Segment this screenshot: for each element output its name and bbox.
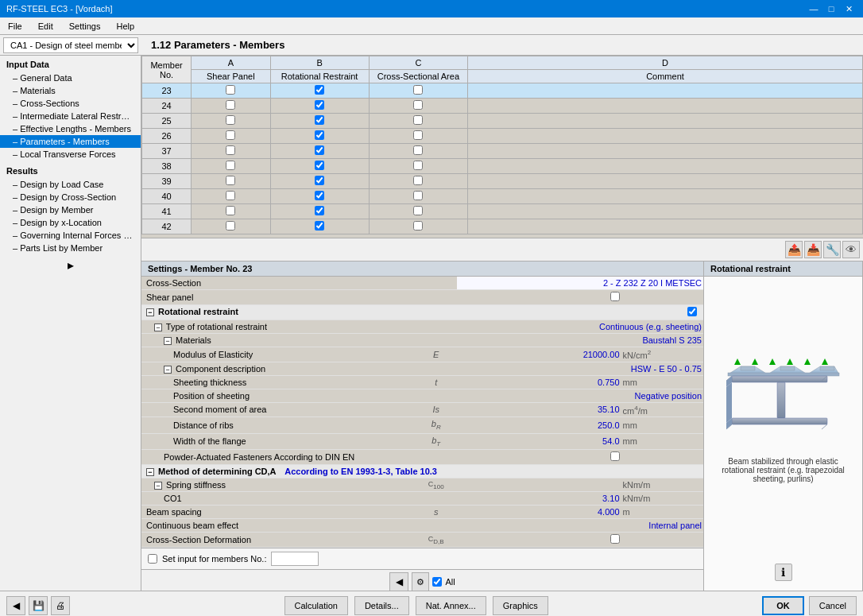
shear-panel-cell[interactable]: [192, 129, 270, 144]
cross-section-cell[interactable]: [369, 83, 467, 99]
cross-section-cell[interactable]: [369, 159, 467, 174]
method-expand[interactable]: −: [146, 468, 154, 476]
shear-panel-cell[interactable]: [192, 83, 270, 99]
minimize-button[interactable]: —: [806, 2, 822, 15]
rotational-cell[interactable]: [270, 129, 369, 144]
toolbar-btn-import[interactable]: 📥: [804, 241, 822, 258]
rotational-cb[interactable]: [315, 191, 324, 200]
sidebar-item-general-data[interactable]: – General Data: [0, 72, 141, 84]
shear-panel-cell[interactable]: [192, 114, 270, 129]
graphics-button[interactable]: Graphics: [493, 596, 548, 615]
shear-panel-cb[interactable]: [226, 161, 235, 170]
sidebar-item-cross-sections[interactable]: – Cross-Sections: [0, 97, 141, 110]
calculation-button[interactable]: Calculation: [284, 596, 348, 615]
set-input-checkbox[interactable]: [148, 554, 157, 564]
cancel-button[interactable]: Cancel: [809, 596, 857, 615]
cross-section-cell[interactable]: [369, 174, 467, 189]
cross-section-cb[interactable]: [413, 176, 423, 185]
sidebar-item-local-transverse[interactable]: – Local Transverse Forces: [0, 148, 141, 161]
nav-prev-btn[interactable]: ◀: [6, 596, 25, 615]
rotational-cell[interactable]: [270, 99, 369, 114]
rotational-cb[interactable]: [315, 161, 324, 170]
sidebar-item-design-member[interactable]: – Design by Member: [0, 203, 141, 216]
table-row[interactable]: 41: [142, 204, 863, 219]
shear-panel-cb[interactable]: [226, 176, 235, 185]
shear-panel-checkbox[interactable]: [610, 292, 620, 301]
shear-panel-cell[interactable]: [192, 144, 270, 159]
rotational-cell[interactable]: [270, 204, 369, 219]
shear-panel-cb[interactable]: [226, 100, 235, 110]
rotational-cb[interactable]: [315, 130, 324, 140]
table-row[interactable]: 42: [142, 219, 863, 234]
rotational-cell[interactable]: [270, 83, 369, 99]
cross-section-cb[interactable]: [413, 221, 423, 231]
menu-file[interactable]: File: [3, 20, 27, 33]
cross-section-cb[interactable]: [413, 161, 423, 170]
nav-save-btn[interactable]: 💾: [29, 596, 48, 615]
cross-deformation-checkbox[interactable]: [610, 534, 620, 544]
sidebar-item-design-x-location[interactable]: – Design by x-Location: [0, 216, 141, 229]
rotational-cb[interactable]: [315, 221, 324, 231]
cross-section-cell[interactable]: [369, 219, 467, 234]
table-row[interactable]: 25: [142, 114, 863, 129]
shear-panel-cell[interactable]: [192, 189, 270, 204]
ok-button[interactable]: OK: [762, 596, 804, 615]
shear-panel-cb[interactable]: [226, 130, 235, 140]
shear-panel-cb[interactable]: [226, 191, 235, 200]
type-expand[interactable]: −: [154, 323, 162, 331]
rotational-cell[interactable]: [270, 114, 369, 129]
sidebar-item-governing-internal[interactable]: – Governing Internal Forces by M: [0, 229, 141, 242]
rotational-cell[interactable]: [270, 219, 369, 234]
toolbar-btn-export[interactable]: 📤: [785, 241, 803, 258]
cross-section-cb[interactable]: [413, 130, 423, 140]
cross-section-cell[interactable]: [369, 99, 467, 114]
powder-checkbox[interactable]: [610, 451, 620, 461]
shear-panel-cell[interactable]: [192, 174, 270, 189]
cross-section-cb[interactable]: [413, 85, 423, 95]
set-input-field[interactable]: [271, 552, 319, 566]
rotational-cell[interactable]: [270, 174, 369, 189]
shear-panel-cell[interactable]: [192, 159, 270, 174]
rotational-cb[interactable]: [315, 100, 324, 110]
table-row[interactable]: 23: [142, 83, 863, 99]
nav-print-btn[interactable]: 🖨: [51, 596, 70, 615]
sidebar-expand-arrow[interactable]: ▸: [68, 258, 74, 273]
cross-section-cell[interactable]: [369, 114, 467, 129]
cross-section-cb[interactable]: [413, 191, 423, 200]
shear-panel-cb[interactable]: [226, 115, 235, 125]
shear-panel-cb[interactable]: [226, 206, 235, 215]
cross-section-cell[interactable]: [369, 204, 467, 219]
cross-section-cb[interactable]: [413, 145, 423, 155]
table-row[interactable]: 38: [142, 159, 863, 174]
maximize-button[interactable]: □: [823, 2, 839, 15]
menu-help[interactable]: Help: [111, 20, 139, 33]
shear-panel-cb[interactable]: [226, 221, 235, 231]
sidebar-item-materials[interactable]: – Materials: [0, 84, 141, 97]
sidebar-item-design-load-case[interactable]: – Design by Load Case: [0, 178, 141, 191]
spring-expand[interactable]: −: [154, 482, 162, 490]
shear-panel-cell[interactable]: [192, 99, 270, 114]
sidebar-item-parameters-members[interactable]: – Parameters - Members: [0, 135, 141, 148]
close-button[interactable]: ✕: [841, 2, 857, 15]
toolbar-btn-options[interactable]: 🔧: [823, 241, 841, 258]
toolbar-btn-view[interactable]: 👁: [842, 241, 860, 258]
cross-section-cb[interactable]: [413, 100, 423, 110]
rotational-cb[interactable]: [315, 206, 324, 215]
table-row[interactable]: 24: [142, 99, 863, 114]
nav-btn-settings[interactable]: ⚙: [412, 572, 429, 591]
sidebar-item-effective-lengths[interactable]: – Effective Lengths - Members: [0, 122, 141, 135]
sidebar-item-design-cross-section[interactable]: – Design by Cross-Section: [0, 191, 141, 203]
rotational-cb[interactable]: [315, 176, 324, 185]
rotational-cell[interactable]: [270, 189, 369, 204]
rotational-cb[interactable]: [315, 85, 324, 95]
materials-expand[interactable]: −: [164, 337, 172, 345]
menu-edit[interactable]: Edit: [33, 20, 58, 33]
component-expand[interactable]: −: [164, 366, 172, 374]
rotational-cb[interactable]: [315, 115, 324, 125]
rotational-expand[interactable]: −: [146, 308, 154, 316]
table-row[interactable]: 26: [142, 129, 863, 144]
cross-section-cell[interactable]: [369, 129, 467, 144]
rotational-restraint-checkbox[interactable]: [687, 307, 697, 316]
sidebar-item-parts-list[interactable]: – Parts List by Member: [0, 242, 141, 254]
cross-section-cb[interactable]: [413, 115, 423, 125]
